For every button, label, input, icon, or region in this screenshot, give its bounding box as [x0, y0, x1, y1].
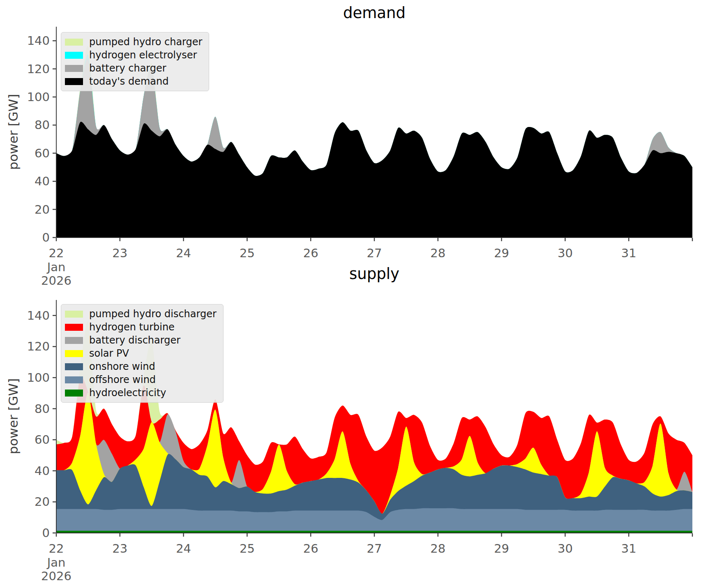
y-tick-label: 120: [27, 339, 50, 353]
legend-item-today-s-demand: today's demand: [65, 75, 202, 88]
y-tick-label: 100: [27, 371, 50, 385]
y-tick-label: 140: [27, 309, 50, 323]
legend-label: offshore wind: [89, 374, 156, 385]
demand-y-axis-label: power [GW]: [6, 70, 20, 194]
legend-item-hydrogen-electrolyser: hydrogen electrolyser: [65, 48, 202, 62]
legend-item-battery-charger: battery charger: [65, 62, 202, 75]
legend-label: battery discharger: [89, 334, 180, 346]
legend-label: pumped hydro charger: [89, 36, 202, 48]
x-tick-label: 28: [430, 542, 445, 556]
pumped-hydro-discharger-swatch: [65, 311, 83, 318]
x-axis-month-label: Jan: [46, 556, 66, 570]
legend-item-pumped-hydro-discharger: pumped hydro discharger: [65, 307, 217, 321]
battery-discharger-swatch: [65, 337, 83, 344]
legend-label: solar PV: [89, 348, 129, 359]
y-tick-label: 20: [35, 495, 50, 509]
legend-label: pumped hydro discharger: [89, 308, 217, 320]
y-tick-label: 120: [27, 62, 50, 76]
demand-legend: pumped hydro chargerhydrogen electrolyse…: [61, 32, 209, 91]
offshore-wind-swatch: [65, 376, 83, 383]
x-tick-label: 27: [367, 246, 382, 260]
legend-label: hydrogen turbine: [89, 321, 175, 333]
y-tick-label: 40: [35, 174, 50, 188]
y-tick-label: 140: [27, 34, 50, 48]
x-tick-label: 26: [303, 542, 318, 556]
today-s-demand-swatch: [65, 78, 83, 85]
pumped-hydro-charger-swatch: [65, 39, 83, 46]
supply-y-axis-label: power [GW]: [6, 355, 20, 478]
x-tick-label: 23: [112, 246, 127, 260]
x-tick-label: 31: [621, 246, 636, 260]
y-tick-label: 20: [35, 203, 50, 217]
legend-item-solar-pv: solar PV: [65, 347, 217, 360]
supply-legend: pumped hydro dischargerhydrogen turbineb…: [61, 304, 224, 403]
legend-label: battery charger: [89, 62, 166, 74]
x-tick-label: 29: [494, 246, 509, 260]
demand-chart-title: demand: [56, 4, 692, 22]
legend-item-hydrogen-turbine: hydrogen turbine: [65, 321, 217, 334]
onshore-wind-swatch: [65, 363, 83, 370]
x-tick-label: 25: [240, 246, 255, 260]
y-tick-label: 0: [42, 231, 50, 244]
x-tick-label: 28: [430, 246, 445, 260]
supply-chart-title: supply: [56, 265, 692, 283]
y-tick-label: 80: [35, 118, 50, 132]
legend-item-pumped-hydro-charger: pumped hydro charger: [65, 35, 202, 48]
x-axis-year-label: 2026: [41, 569, 71, 583]
x-tick-label: 25: [240, 542, 255, 556]
y-tick-label: 0: [42, 526, 50, 540]
hydroelectricity-swatch: [65, 390, 83, 397]
legend-label: hydroelectricity: [89, 387, 166, 399]
figure: 02040608010012014022Jan20262324252627282…: [0, 0, 701, 588]
hydrogen-turbine-swatch: [65, 324, 83, 331]
legend-item-onshore-wind: onshore wind: [65, 360, 217, 373]
y-tick-label: 100: [27, 90, 50, 104]
x-tick-label: 23: [112, 542, 127, 556]
x-tick-label: 22: [49, 246, 64, 260]
legend-label: today's demand: [89, 76, 169, 87]
y-tick-label: 40: [35, 464, 50, 478]
legend-label: hydrogen electrolyser: [89, 49, 197, 61]
legend-label: onshore wind: [89, 361, 155, 372]
battery-charger-swatch: [65, 65, 83, 72]
legend-item-battery-discharger: battery discharger: [65, 334, 217, 347]
x-tick-label: 29: [494, 542, 509, 556]
legend-item-hydroelectricity: hydroelectricity: [65, 386, 217, 399]
x-tick-label: 24: [176, 246, 191, 260]
solar-pv-swatch: [65, 350, 83, 357]
hydrogen-electrolyser-swatch: [65, 52, 83, 59]
y-tick-label: 80: [35, 402, 50, 416]
x-tick-label: 22: [49, 542, 64, 556]
x-tick-label: 30: [558, 246, 573, 260]
legend-item-offshore-wind: offshore wind: [65, 373, 217, 386]
x-tick-label: 27: [367, 542, 382, 556]
x-tick-label: 31: [621, 542, 636, 556]
x-tick-label: 26: [303, 246, 318, 260]
y-tick-label: 60: [35, 433, 50, 447]
today-s-demand-area: [56, 122, 692, 238]
x-tick-label: 30: [558, 542, 573, 556]
y-tick-label: 60: [35, 146, 50, 160]
x-tick-label: 24: [176, 542, 191, 556]
